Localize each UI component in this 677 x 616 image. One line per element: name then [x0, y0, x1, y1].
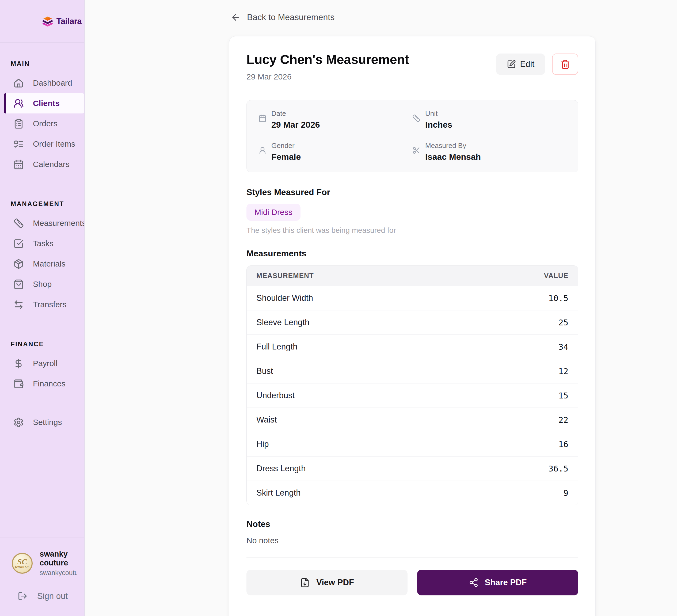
sidebar-item-label: Order Items	[33, 139, 75, 148]
avatar-word: SWANKY	[15, 565, 30, 568]
sidebar-item-materials[interactable]: Materials	[0, 254, 84, 274]
info-date: Date 29 Mar 2026	[259, 109, 412, 130]
brand-name: Tailara	[56, 16, 82, 26]
styles-section: Styles Measured For Midi Dress The style…	[246, 187, 578, 235]
card-header: Lucy Chen's Measurement 29 Mar 2026 Edit	[246, 52, 578, 81]
users-icon	[13, 98, 24, 108]
sidebar-item-label: Orders	[33, 119, 57, 128]
notes-heading: Notes	[246, 519, 578, 529]
sidebar-item-dashboard[interactable]: Dashboard	[0, 73, 84, 93]
info-label: Date	[271, 109, 320, 118]
sidebar-item-tasks[interactable]: Tasks	[0, 233, 84, 254]
info-label: Gender	[271, 141, 301, 150]
log-out-icon	[18, 591, 28, 601]
style-badge: Midi Dress	[246, 204, 301, 221]
edit-button[interactable]: Edit	[496, 53, 545, 75]
table-row: Skirt Length9	[247, 481, 578, 505]
user-name: swanky couture	[40, 549, 77, 567]
info-value: Isaac Mensah	[425, 152, 481, 162]
divider	[246, 608, 578, 608]
info-label: Measured By	[425, 141, 481, 150]
table-row: Hip16	[247, 432, 578, 456]
sidebar-item-clients[interactable]: Clients	[4, 93, 84, 114]
table-row: Dress Length36.5	[247, 456, 578, 481]
measurements-section: Measurements MEASUREMENT VALUE Shoulder …	[246, 249, 578, 505]
info-unit: Unit Inches	[412, 109, 566, 130]
table-row: Bust12	[247, 359, 578, 383]
notes-section: Notes No notes	[246, 519, 578, 545]
row-value: 22	[558, 415, 568, 425]
page-title: Lucy Chen's Measurement	[246, 52, 409, 67]
edit-pencil-icon	[507, 60, 516, 69]
list-todo-icon	[13, 139, 24, 149]
delete-button[interactable]	[552, 53, 578, 75]
sidebar-item-label: Finances	[33, 379, 65, 388]
table-row: Underbust15	[247, 383, 578, 407]
user-meta: swanky couture swankycouture5@gmail.c...	[40, 549, 77, 577]
sidebar-item-measurements[interactable]: Measurements	[0, 213, 84, 233]
row-label: Sleeve Length	[256, 318, 309, 327]
sidebar-item-orders[interactable]: Orders	[0, 114, 84, 134]
sidebar-item-label: Clients	[33, 99, 60, 108]
sidebar-item-order-items[interactable]: Order Items	[0, 134, 84, 154]
info-date-text: Date 29 Mar 2026	[271, 109, 320, 130]
row-label: Full Length	[256, 342, 297, 352]
sidebar: Tailara MAIN Dashboard Clients Orders Or…	[0, 0, 85, 616]
sign-out-label: Sign out	[37, 591, 68, 601]
nav-section-management: MANAGEMENT Measurements Tasks Materials …	[0, 200, 84, 315]
info-measured-by-text: Measured By Isaac Mensah	[425, 141, 481, 162]
brand-layers-icon	[42, 16, 53, 27]
trash-icon	[560, 59, 570, 69]
back-link[interactable]: Back to Measurements	[231, 12, 334, 22]
measurement-date: 29 Mar 2026	[246, 72, 409, 81]
divider	[246, 558, 578, 558]
user-email: swankycouture5@gmail.c...	[40, 569, 77, 577]
info-gender: Gender Female	[259, 141, 412, 162]
row-value: 12	[558, 366, 568, 376]
avatar-monogram: SC	[17, 558, 27, 565]
row-label: Underbust	[256, 391, 295, 400]
shopping-bag-icon	[13, 279, 24, 290]
table-row: Full Length34	[247, 335, 578, 359]
share-pdf-label: Share PDF	[485, 578, 527, 587]
sidebar-footer: SC SWANKY swanky couture swankycouture5@…	[0, 538, 84, 616]
table-row: Waist22	[247, 407, 578, 432]
row-label: Shoulder Width	[256, 293, 313, 303]
arrow-left-icon	[231, 12, 240, 22]
clipboard-list-icon	[13, 119, 24, 129]
view-pdf-button[interactable]: View PDF	[246, 570, 408, 596]
row-label: Waist	[256, 415, 277, 425]
row-value: 10.5	[548, 293, 568, 303]
row-value: 36.5	[548, 464, 568, 473]
sidebar-item-label: Payroll	[33, 359, 57, 368]
sidebar-item-transfers[interactable]: Transfers	[0, 294, 84, 315]
sign-out-button[interactable]: Sign out	[12, 591, 77, 601]
nav-section-finance: FINANCE Payroll Finances	[0, 340, 84, 394]
table-header-row: MEASUREMENT VALUE	[247, 266, 578, 286]
nav-section-label: MAIN	[11, 60, 84, 68]
sidebar-item-payroll[interactable]: Payroll	[0, 353, 84, 373]
ruler-icon	[13, 218, 24, 228]
file-download-icon	[300, 578, 310, 588]
calendar-icon	[259, 114, 267, 122]
pdf-actions: View PDF Share PDF	[246, 570, 578, 596]
notes-empty-text: No notes	[246, 536, 578, 545]
info-unit-text: Unit Inches	[425, 109, 452, 130]
info-measured-by: Measured By Isaac Mensah	[412, 141, 566, 162]
scissors-icon	[412, 146, 420, 155]
styles-helper-text: The styles this client was being measure…	[246, 226, 578, 235]
view-pdf-label: View PDF	[316, 578, 354, 587]
home-icon	[13, 78, 24, 88]
share-pdf-button[interactable]: Share PDF	[417, 570, 578, 596]
row-value: 25	[558, 318, 568, 327]
summary-info-box: Date 29 Mar 2026 Unit Inches Gender Fema…	[246, 100, 578, 172]
sidebar-item-label: Materials	[33, 259, 65, 268]
sidebar-item-finances[interactable]: Finances	[0, 373, 84, 394]
avatar: SC SWANKY	[12, 553, 33, 574]
main-content: Back to Measurements Lucy Chen's Measure…	[85, 0, 677, 616]
sidebar-item-shop[interactable]: Shop	[0, 274, 84, 294]
measurement-detail-card: Lucy Chen's Measurement 29 Mar 2026 Edit…	[229, 36, 596, 616]
dollar-icon	[13, 358, 24, 369]
sidebar-item-settings[interactable]: Settings	[0, 412, 84, 432]
sidebar-item-calendars[interactable]: Calendars	[0, 154, 84, 174]
